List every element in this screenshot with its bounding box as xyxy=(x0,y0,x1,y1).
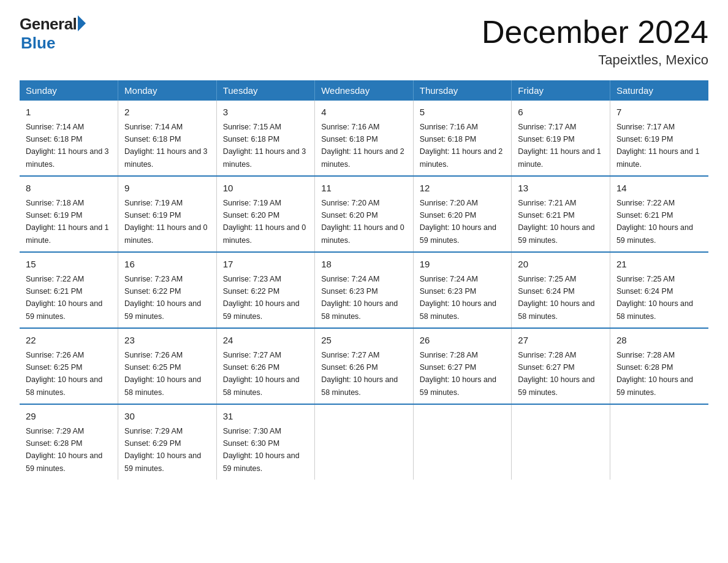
calendar-cell: 1Sunrise: 7:14 AMSunset: 6:18 PMDaylight… xyxy=(20,101,118,176)
logo-triangle-icon xyxy=(78,15,86,31)
calendar-cell: 31Sunrise: 7:30 AMSunset: 6:30 PMDayligh… xyxy=(216,404,315,480)
calendar-header: SundayMondayTuesdayWednesdayThursdayFrid… xyxy=(20,80,708,101)
calendar-cell: 30Sunrise: 7:29 AMSunset: 6:29 PMDayligh… xyxy=(118,404,217,480)
day-number: 19 xyxy=(420,258,506,272)
header-cell-friday: Friday xyxy=(512,80,610,101)
calendar-cell: 29Sunrise: 7:29 AMSunset: 6:28 PMDayligh… xyxy=(20,404,118,480)
day-number: 16 xyxy=(124,258,210,272)
day-info: Sunrise: 7:29 AMSunset: 6:29 PMDaylight:… xyxy=(124,427,201,473)
calendar-row: 1Sunrise: 7:14 AMSunset: 6:18 PMDaylight… xyxy=(20,101,708,176)
day-info: Sunrise: 7:21 AMSunset: 6:21 PMDaylight:… xyxy=(518,199,594,245)
day-number: 4 xyxy=(321,105,407,120)
calendar-cell: 13Sunrise: 7:21 AMSunset: 6:21 PMDayligh… xyxy=(512,176,610,252)
calendar-cell: 23Sunrise: 7:26 AMSunset: 6:25 PMDayligh… xyxy=(118,328,217,404)
calendar-cell: 17Sunrise: 7:23 AMSunset: 6:22 PMDayligh… xyxy=(216,252,315,328)
title-area: December 2024 Tapeixtles, Mexico xyxy=(482,15,708,68)
header-cell-sunday: Sunday xyxy=(20,80,118,101)
calendar-cell: 27Sunrise: 7:28 AMSunset: 6:27 PMDayligh… xyxy=(512,328,610,404)
day-number: 10 xyxy=(223,182,309,196)
day-info: Sunrise: 7:27 AMSunset: 6:26 PMDaylight:… xyxy=(223,351,300,397)
calendar-cell: 15Sunrise: 7:22 AMSunset: 6:21 PMDayligh… xyxy=(20,252,118,328)
day-number: 21 xyxy=(616,258,702,272)
header-cell-thursday: Thursday xyxy=(413,80,512,101)
day-number: 1 xyxy=(26,105,112,120)
day-number: 9 xyxy=(124,182,210,196)
calendar-cell xyxy=(512,404,610,480)
calendar-cell: 20Sunrise: 7:25 AMSunset: 6:24 PMDayligh… xyxy=(512,252,610,328)
day-number: 17 xyxy=(223,258,309,272)
day-info: Sunrise: 7:14 AMSunset: 6:18 PMDaylight:… xyxy=(124,123,208,169)
day-info: Sunrise: 7:28 AMSunset: 6:28 PMDaylight:… xyxy=(616,351,693,397)
calendar-cell: 9Sunrise: 7:19 AMSunset: 6:19 PMDaylight… xyxy=(118,176,217,252)
day-number: 30 xyxy=(124,410,210,424)
header-cell-monday: Monday xyxy=(118,80,217,101)
day-info: Sunrise: 7:18 AMSunset: 6:19 PMDaylight:… xyxy=(26,199,109,245)
day-info: Sunrise: 7:19 AMSunset: 6:19 PMDaylight:… xyxy=(124,199,208,245)
day-number: 25 xyxy=(321,334,407,348)
calendar-cell: 19Sunrise: 7:24 AMSunset: 6:23 PMDayligh… xyxy=(413,252,512,328)
calendar-cell xyxy=(315,404,414,480)
logo-blue-text: Blue xyxy=(21,34,55,53)
day-number: 14 xyxy=(616,182,702,196)
calendar-cell: 5Sunrise: 7:16 AMSunset: 6:18 PMDaylight… xyxy=(413,101,512,176)
day-info: Sunrise: 7:24 AMSunset: 6:23 PMDaylight:… xyxy=(321,275,398,321)
logo: General Blue xyxy=(20,15,86,53)
calendar-cell: 16Sunrise: 7:23 AMSunset: 6:22 PMDayligh… xyxy=(118,252,217,328)
calendar-cell: 4Sunrise: 7:16 AMSunset: 6:18 PMDaylight… xyxy=(315,101,414,176)
calendar-cell: 10Sunrise: 7:19 AMSunset: 6:20 PMDayligh… xyxy=(216,176,315,252)
day-info: Sunrise: 7:25 AMSunset: 6:24 PMDaylight:… xyxy=(616,275,693,321)
calendar-table: SundayMondayTuesdayWednesdayThursdayFrid… xyxy=(20,80,708,480)
calendar-row: 29Sunrise: 7:29 AMSunset: 6:28 PMDayligh… xyxy=(20,404,708,480)
header: General Blue December 2024 Tapeixtles, M… xyxy=(20,15,708,68)
calendar-cell: 21Sunrise: 7:25 AMSunset: 6:24 PMDayligh… xyxy=(610,252,708,328)
calendar-row: 15Sunrise: 7:22 AMSunset: 6:21 PMDayligh… xyxy=(20,252,708,328)
day-info: Sunrise: 7:24 AMSunset: 6:23 PMDaylight:… xyxy=(420,275,496,321)
day-info: Sunrise: 7:25 AMSunset: 6:24 PMDaylight:… xyxy=(518,275,594,321)
day-info: Sunrise: 7:28 AMSunset: 6:27 PMDaylight:… xyxy=(518,351,594,397)
day-info: Sunrise: 7:28 AMSunset: 6:27 PMDaylight:… xyxy=(420,351,496,397)
day-number: 22 xyxy=(26,334,112,348)
day-info: Sunrise: 7:26 AMSunset: 6:25 PMDaylight:… xyxy=(26,351,102,397)
day-info: Sunrise: 7:26 AMSunset: 6:25 PMDaylight:… xyxy=(124,351,201,397)
header-cell-saturday: Saturday xyxy=(610,80,708,101)
day-number: 7 xyxy=(616,105,702,120)
day-info: Sunrise: 7:19 AMSunset: 6:20 PMDaylight:… xyxy=(223,199,306,245)
calendar-row: 8Sunrise: 7:18 AMSunset: 6:19 PMDaylight… xyxy=(20,176,708,252)
calendar-cell: 28Sunrise: 7:28 AMSunset: 6:28 PMDayligh… xyxy=(610,328,708,404)
day-number: 2 xyxy=(124,105,210,120)
day-info: Sunrise: 7:15 AMSunset: 6:18 PMDaylight:… xyxy=(223,123,306,169)
calendar-cell xyxy=(610,404,708,480)
logo-general-text: General xyxy=(20,15,77,34)
calendar-cell: 12Sunrise: 7:20 AMSunset: 6:20 PMDayligh… xyxy=(413,176,512,252)
day-number: 27 xyxy=(518,334,604,348)
day-number: 3 xyxy=(223,105,309,120)
calendar-cell: 24Sunrise: 7:27 AMSunset: 6:26 PMDayligh… xyxy=(216,328,315,404)
day-info: Sunrise: 7:29 AMSunset: 6:28 PMDaylight:… xyxy=(26,427,102,473)
day-number: 8 xyxy=(26,182,112,196)
day-info: Sunrise: 7:16 AMSunset: 6:18 PMDaylight:… xyxy=(321,123,404,169)
header-cell-tuesday: Tuesday xyxy=(216,80,315,101)
calendar-cell: 26Sunrise: 7:28 AMSunset: 6:27 PMDayligh… xyxy=(413,328,512,404)
day-info: Sunrise: 7:16 AMSunset: 6:18 PMDaylight:… xyxy=(420,123,503,169)
day-info: Sunrise: 7:20 AMSunset: 6:20 PMDaylight:… xyxy=(420,199,496,245)
day-info: Sunrise: 7:20 AMSunset: 6:20 PMDaylight:… xyxy=(321,199,404,245)
calendar-cell: 3Sunrise: 7:15 AMSunset: 6:18 PMDaylight… xyxy=(216,101,315,176)
calendar-cell: 22Sunrise: 7:26 AMSunset: 6:25 PMDayligh… xyxy=(20,328,118,404)
calendar-cell: 11Sunrise: 7:20 AMSunset: 6:20 PMDayligh… xyxy=(315,176,414,252)
day-number: 26 xyxy=(420,334,506,348)
calendar-row: 22Sunrise: 7:26 AMSunset: 6:25 PMDayligh… xyxy=(20,328,708,404)
day-info: Sunrise: 7:23 AMSunset: 6:22 PMDaylight:… xyxy=(124,275,201,321)
day-number: 15 xyxy=(26,258,112,272)
day-number: 24 xyxy=(223,334,309,348)
calendar-cell: 18Sunrise: 7:24 AMSunset: 6:23 PMDayligh… xyxy=(315,252,414,328)
month-year-title: December 2024 xyxy=(482,15,708,50)
day-info: Sunrise: 7:27 AMSunset: 6:26 PMDaylight:… xyxy=(321,351,398,397)
day-info: Sunrise: 7:23 AMSunset: 6:22 PMDaylight:… xyxy=(223,275,300,321)
calendar-cell: 25Sunrise: 7:27 AMSunset: 6:26 PMDayligh… xyxy=(315,328,414,404)
day-info: Sunrise: 7:17 AMSunset: 6:19 PMDaylight:… xyxy=(518,123,601,169)
day-number: 12 xyxy=(420,182,506,196)
day-number: 13 xyxy=(518,182,604,196)
day-info: Sunrise: 7:22 AMSunset: 6:21 PMDaylight:… xyxy=(616,199,693,245)
calendar-cell: 6Sunrise: 7:17 AMSunset: 6:19 PMDaylight… xyxy=(512,101,610,176)
calendar-cell: 14Sunrise: 7:22 AMSunset: 6:21 PMDayligh… xyxy=(610,176,708,252)
